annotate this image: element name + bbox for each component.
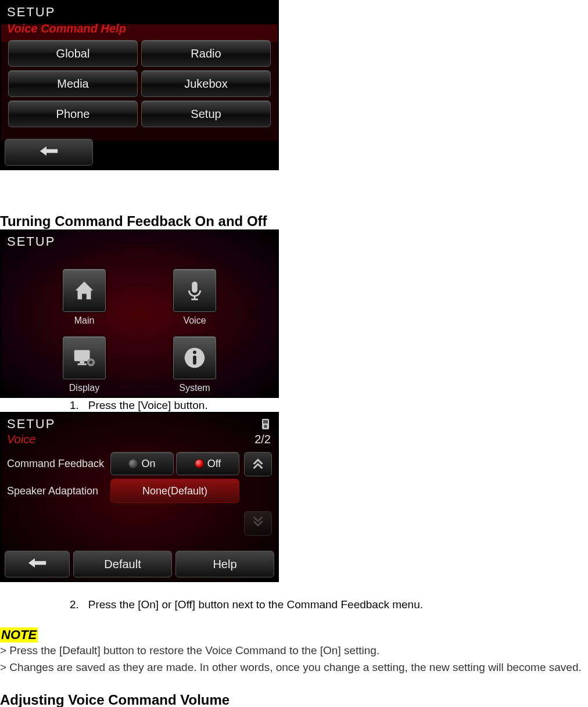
page-arrows: [244, 452, 272, 536]
setup-item-voice[interactable]: Voice: [151, 269, 238, 326]
speaker-adaptation-row: Speaker Adaptation None(Default): [7, 479, 239, 503]
command-feedback-off-button[interactable]: Off: [176, 452, 239, 475]
step-2: 2. Press the [On] or [Off] button next t…: [0, 598, 588, 611]
info-icon: [173, 336, 216, 379]
bottom-bar: Default Help: [5, 551, 274, 577]
svg-rect-3: [74, 350, 90, 361]
step-number: 1.: [70, 399, 79, 411]
screenshot-voice-command-help: SETUP Voice Command Help Global Radio Me…: [0, 0, 279, 170]
option-label: On: [141, 458, 155, 470]
page-down-button[interactable]: [244, 511, 272, 536]
setup-item-label: Main: [74, 315, 95, 326]
setup-title: SETUP: [6, 3, 273, 22]
jukebox-button[interactable]: Jukebox: [141, 70, 271, 97]
setup-title: SETUP: [6, 233, 273, 252]
svg-rect-0: [192, 282, 198, 293]
svg-point-9: [193, 351, 196, 354]
monitor-gear-icon: [63, 336, 106, 379]
setup-item-label: Display: [69, 383, 99, 393]
setup-icons-grid: Main Voice Display System: [6, 252, 273, 393]
setup-item-label: Voice: [183, 315, 206, 326]
voice-settings-body: Command Feedback On Off Speaker Adaptati…: [6, 450, 273, 536]
page-indicator: 2/2: [254, 433, 271, 446]
setup-title: SETUP: [7, 417, 55, 432]
voice-command-help-subtitle: Voice Command Help: [6, 22, 273, 40]
command-feedback-label: Command Feedback: [7, 458, 106, 470]
double-chevron-down-icon: [252, 516, 264, 531]
command-feedback-row: Command Feedback On Off: [7, 452, 239, 475]
setup-item-display[interactable]: Display: [41, 336, 128, 393]
note-label: NOTE: [0, 627, 38, 643]
heading-voice-volume: Adjusting Voice Command Volume: [0, 692, 588, 707]
setup-item-main[interactable]: Main: [41, 269, 128, 326]
voice-subtitle: Voice: [7, 433, 35, 446]
radio-button[interactable]: Radio: [141, 40, 271, 67]
note-block: NOTE > Press the [Default] button to res…: [0, 627, 588, 676]
speaker-adaptation-value-wrap: None(Default): [110, 479, 239, 503]
setup-item-system[interactable]: System: [151, 336, 238, 393]
note-line-2: > Changes are saved as they are made. In…: [0, 659, 588, 676]
step-1: 1. Press the [Voice] button.: [0, 399, 588, 412]
svg-point-7: [89, 361, 93, 364]
step-number: 2.: [70, 598, 79, 611]
radio-off-icon: [128, 459, 138, 468]
global-button[interactable]: Global: [8, 40, 138, 67]
voice-settings-subheader: Voice 2/2: [6, 432, 273, 450]
svg-rect-10: [193, 356, 196, 364]
back-arrow-icon: [37, 145, 60, 160]
svg-point-13: [264, 425, 267, 428]
setup-button[interactable]: Setup: [141, 101, 271, 127]
bottom-bar: [5, 139, 274, 166]
mic-icon: [173, 269, 216, 312]
step-text: Press the [Voice] button.: [88, 399, 208, 411]
voice-settings-header: SETUP: [6, 415, 273, 432]
screenshot-setup-main: SETUP Main Voice Display System: [0, 229, 279, 398]
home-icon: [63, 269, 106, 312]
screenshot-voice-settings: SETUP Voice 2/2 Command Feedback On Off: [0, 412, 279, 582]
back-button[interactable]: [5, 551, 70, 577]
step-text: Press the [On] or [Off] button next to t…: [88, 598, 423, 611]
media-button[interactable]: Media: [8, 70, 138, 97]
back-button[interactable]: [5, 139, 93, 166]
settings-rows: Command Feedback On Off Speaker Adaptati…: [7, 452, 239, 536]
media-device-icon: [260, 418, 271, 430]
note-line-1: > Press the [Default] button to restore …: [0, 643, 588, 659]
option-label: Off: [207, 458, 221, 470]
command-feedback-segmented: On Off: [110, 452, 239, 475]
svg-rect-4: [80, 361, 84, 364]
speaker-adaptation-label: Speaker Adaptation: [7, 485, 106, 497]
help-button[interactable]: Help: [175, 551, 274, 577]
help-category-grid: Global Radio Media Jukebox Phone Setup: [6, 40, 273, 127]
command-feedback-on-button[interactable]: On: [110, 452, 174, 475]
svg-rect-12: [263, 420, 268, 424]
phone-button[interactable]: Phone: [8, 101, 138, 127]
heading-command-feedback: Turning Command Feedback On and Off: [0, 213, 588, 229]
back-arrow-icon: [26, 557, 49, 572]
setup-item-label: System: [179, 383, 210, 393]
default-button[interactable]: Default: [73, 551, 172, 577]
radio-on-icon: [195, 459, 204, 468]
speaker-adaptation-button[interactable]: None(Default): [110, 479, 239, 503]
double-chevron-up-icon: [252, 457, 264, 472]
svg-rect-5: [78, 364, 87, 365]
page-up-button[interactable]: [244, 452, 272, 476]
